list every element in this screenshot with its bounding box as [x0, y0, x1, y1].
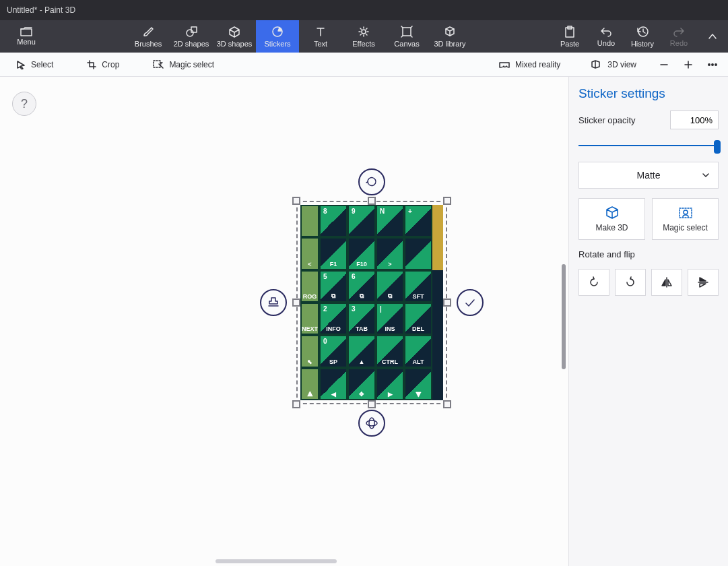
canvas-area[interactable]: ? 8 9 N + < F1 F10 > ROG 5⧉ 6⧉ — [0, 77, 569, 566]
material-dropdown[interactable]: Matte — [578, 162, 719, 189]
more-button[interactable] — [702, 55, 723, 75]
rotate-ccw-button[interactable] — [578, 269, 609, 296]
tool-label: Magic select — [169, 60, 214, 69]
crop-tool[interactable]: Crop — [80, 57, 126, 72]
tool-label: History — [631, 40, 654, 48]
rotate-handle[interactable] — [358, 168, 385, 195]
history-button[interactable]: History — [624, 20, 661, 53]
tool-label: 3D view — [607, 60, 636, 69]
brush-icon — [142, 26, 154, 38]
magic-select-tool[interactable]: Magic select — [146, 57, 221, 72]
opacity-label: Sticker opacity — [578, 115, 636, 125]
minimize-button[interactable] — [635, 0, 666, 20]
redo-icon — [673, 26, 685, 37]
zoom-in-button[interactable] — [678, 55, 698, 75]
tab-stickers[interactable]: Stickers — [256, 20, 299, 53]
rotate-cw-button[interactable] — [615, 269, 646, 296]
menu-button[interactable]: Menu — [0, 20, 53, 53]
mixed-reality-icon — [499, 60, 510, 69]
shapes-2d-icon — [185, 26, 197, 38]
window-controls — [635, 0, 728, 20]
tab-effects[interactable]: Effects — [342, 20, 385, 53]
magic-select-button[interactable]: Magic select — [652, 198, 719, 240]
flip-horizontal-button[interactable] — [651, 269, 682, 296]
paste-button[interactable]: Paste — [552, 20, 588, 53]
dropdown-value: Matte — [636, 170, 660, 181]
library-icon — [444, 26, 456, 38]
tool-label: Redo — [670, 39, 688, 47]
tab-label: 2D shapes — [174, 40, 209, 48]
svg-point-15 — [369, 418, 374, 429]
close-button[interactable] — [697, 0, 728, 20]
resize-handle-tl[interactable] — [292, 197, 300, 205]
opacity-input[interactable] — [670, 111, 719, 129]
svg-rect-1 — [21, 29, 32, 36]
resize-handle-mt[interactable] — [368, 197, 376, 205]
button-label: Make 3D — [595, 223, 628, 232]
tab-3d-shapes[interactable]: 3D shapes — [213, 20, 256, 53]
selection-border — [296, 201, 447, 404]
window-title: Untitled* - Paint 3D — [7, 5, 75, 15]
svg-rect-3 — [191, 27, 197, 32]
tab-3d-library[interactable]: 3D library — [428, 20, 471, 53]
panel-title: Sticker settings — [578, 86, 719, 101]
tool-label: Paste — [560, 40, 579, 48]
button-label: Magic select — [663, 223, 708, 232]
flip-vertical-icon — [697, 276, 709, 288]
action-buttons: Make 3D Magic select — [578, 198, 719, 240]
stamp-button[interactable] — [260, 289, 287, 316]
ribbon: Menu Brushes 2D shapes 3D shapes Sticker… — [0, 20, 728, 53]
rotate-flip-label: Rotate and flip — [578, 249, 719, 259]
tab-label: 3D shapes — [217, 40, 253, 48]
redo-button[interactable]: Redo — [661, 20, 697, 53]
ribbon-tabs: Brushes 2D shapes 3D shapes Stickers Tex… — [127, 20, 471, 53]
resize-handle-mr[interactable] — [443, 298, 451, 307]
shapes-3d-icon — [228, 26, 240, 38]
vertical-scrollbar[interactable] — [562, 264, 566, 369]
history-icon — [636, 26, 649, 38]
resize-handle-br[interactable] — [443, 400, 451, 408]
make-3d-button[interactable]: Make 3D — [578, 198, 645, 240]
svg-rect-0 — [679, 7, 685, 13]
mixed-reality-button[interactable]: Mixed reality — [492, 57, 567, 72]
resize-handle-mb[interactable] — [368, 400, 376, 408]
tab-label: Brushes — [135, 40, 162, 48]
resize-handle-tr[interactable] — [443, 197, 451, 205]
resize-handle-bl[interactable] — [292, 400, 300, 408]
chevron-up-icon — [708, 32, 717, 41]
tool-label: Mixed reality — [515, 60, 560, 69]
svg-point-2 — [187, 30, 193, 36]
tab-canvas[interactable]: Canvas — [385, 20, 428, 53]
paste-icon — [564, 26, 575, 38]
sticker-selection[interactable]: 8 9 N + < F1 F10 > ROG 5⧉ 6⧉ ⧉ SFT — [300, 205, 443, 400]
help-label: ? — [21, 97, 28, 111]
main-row: ? 8 9 N + < F1 F10 > ROG 5⧉ 6⧉ — [0, 77, 728, 566]
flip-horizontal-icon — [661, 276, 673, 288]
undo-button[interactable]: Undo — [588, 20, 624, 53]
tab-2d-shapes[interactable]: 2D shapes — [170, 20, 213, 53]
cursor-icon — [16, 60, 26, 69]
help-button[interactable]: ? — [12, 92, 36, 116]
titlebar: Untitled* - Paint 3D — [0, 0, 728, 20]
slider-thumb[interactable] — [714, 140, 721, 154]
commit-button[interactable] — [457, 289, 484, 316]
z-rotate-handle[interactable] — [358, 410, 385, 437]
svg-point-12 — [712, 63, 713, 65]
resize-handle-ml[interactable] — [292, 298, 300, 307]
magic-select-panel-icon — [678, 206, 693, 220]
folder-icon — [20, 27, 32, 36]
3d-view-button[interactable]: 3D view — [585, 57, 643, 72]
stickers-icon — [271, 26, 284, 38]
tab-text[interactable]: Text — [299, 20, 342, 53]
horizontal-scrollbar[interactable] — [216, 559, 337, 563]
ribbon-expand-button[interactable] — [697, 20, 728, 53]
opacity-slider[interactable] — [578, 139, 719, 152]
tab-label: Effects — [352, 40, 374, 48]
tab-brushes[interactable]: Brushes — [127, 20, 170, 53]
select-tool[interactable]: Select — [9, 57, 60, 72]
maximize-button[interactable] — [666, 0, 697, 20]
rotate-ccw-icon — [588, 276, 600, 288]
zoom-out-button[interactable] — [654, 55, 674, 75]
tab-label: Text — [314, 40, 327, 48]
flip-vertical-button[interactable] — [688, 269, 719, 296]
